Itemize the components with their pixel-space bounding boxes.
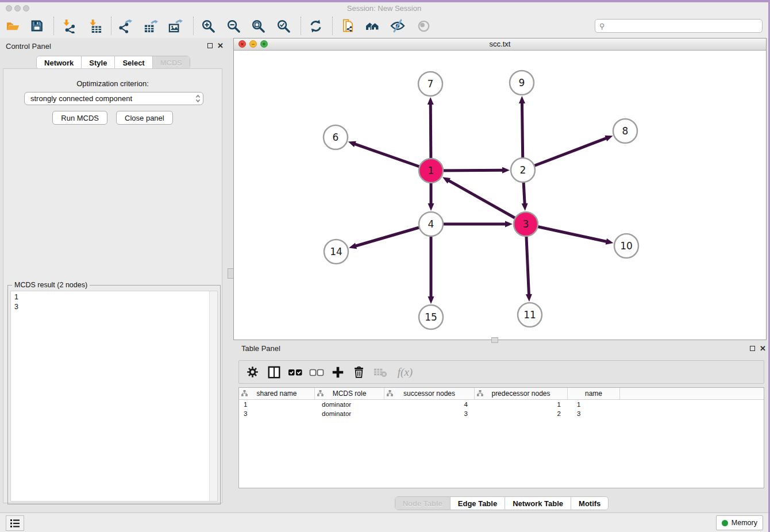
application-window: Session: New Session	[0, 2, 768, 532]
control-panel-title: Control Panel	[6, 42, 51, 51]
close-panel-button[interactable]: Close panel	[116, 111, 173, 125]
graph-node-label: 9	[519, 77, 525, 88]
reset-view-button[interactable]	[365, 18, 380, 33]
tab-edge-table[interactable]: Edge Table	[451, 497, 505, 510]
toolbar-separator	[53, 17, 54, 35]
zoom-out-button[interactable]	[226, 18, 241, 33]
export-image-button[interactable]	[168, 18, 183, 33]
clone-network-button[interactable]	[340, 18, 355, 33]
column-header-name[interactable]: name	[568, 388, 620, 399]
cell-predecessor-nodes[interactable]: 2	[475, 409, 568, 418]
column-type-icon	[477, 390, 483, 396]
graph-node-label: 1	[428, 165, 434, 176]
tab-motifs[interactable]: Motifs	[571, 497, 608, 510]
save-session-button[interactable]	[29, 18, 44, 33]
home-icon	[365, 18, 380, 33]
graph-edge-arrowhead	[505, 221, 513, 228]
search-input[interactable]	[607, 20, 762, 32]
network-canvas[interactable]: 7968124314101511	[234, 50, 766, 340]
delete-table-icon	[373, 365, 387, 379]
graph-edge-2-8[interactable]	[523, 138, 607, 170]
add-column-button[interactable]	[330, 364, 345, 380]
float-panel-icon[interactable]	[207, 43, 213, 48]
column-label: successor nodes	[403, 390, 455, 398]
task-history-button[interactable]	[6, 515, 24, 531]
import-table-button[interactable]	[87, 18, 102, 33]
open-session-button[interactable]	[5, 18, 20, 33]
apply-layout-button[interactable]	[308, 18, 323, 33]
column-header-MCDS-role[interactable]: MCDS role	[315, 388, 384, 399]
result-scrollbar[interactable]	[209, 291, 217, 501]
cell-predecessor-nodes[interactable]: 1	[475, 400, 568, 409]
cell-MCDS-role[interactable]: dominator	[315, 409, 384, 418]
cell-successor-nodes[interactable]: 4	[384, 400, 475, 409]
tab-style[interactable]: Style	[82, 56, 115, 69]
tab-mcds[interactable]: MCDS	[153, 56, 190, 69]
table-panel-title: Table Panel	[241, 344, 280, 353]
graph-node-label: 10	[620, 240, 633, 252]
list-icon	[10, 519, 20, 528]
zoom-in-button[interactable]	[201, 18, 215, 33]
mcds-result-group: MCDS result (2 nodes) 13	[7, 285, 221, 504]
graph-edge-arrowhead	[606, 238, 614, 245]
zoom-fit-button[interactable]	[251, 18, 265, 33]
delete-columns-button[interactable]	[351, 364, 367, 380]
cell-shared-name[interactable]: 3	[239, 409, 315, 418]
plus-icon	[331, 365, 345, 379]
tab-node-table[interactable]: Node Table	[395, 497, 451, 510]
memory-button[interactable]: Memory	[716, 515, 763, 530]
cell-name[interactable]: 1	[568, 400, 620, 409]
network-window-title: scc.txt	[234, 40, 766, 48]
search-field[interactable]: ⚲	[595, 19, 763, 33]
cell-MCDS-role[interactable]: dominator	[315, 400, 384, 409]
column-header-predecessor-nodes[interactable]: predecessor nodes	[475, 388, 568, 399]
graph-node-label: 4	[428, 218, 434, 230]
column-settings-button[interactable]	[245, 364, 260, 380]
toolbar-separator	[301, 17, 301, 35]
split-view-button[interactable]	[266, 364, 282, 380]
graph-node-label: 7	[428, 78, 434, 90]
show-graphics-details-button[interactable]	[416, 18, 431, 33]
delete-table-button[interactable]	[372, 364, 388, 380]
column-header-shared-name[interactable]: shared name	[239, 388, 315, 399]
graph-edge-3-1[interactable]	[448, 180, 526, 224]
float-table-panel-icon[interactable]	[750, 346, 755, 351]
function-builder-button[interactable]: f(x)	[394, 364, 417, 380]
close-panel-icon[interactable]: ✕	[217, 43, 224, 49]
graph-edge-arrowhead	[605, 136, 613, 141]
cell-successor-nodes[interactable]: 3	[384, 409, 475, 418]
table-toolbar: f(x)	[238, 360, 764, 384]
tab-network-table[interactable]: Network Table	[505, 497, 571, 510]
tab-network[interactable]: Network	[37, 56, 82, 69]
import-network-button[interactable]	[61, 18, 76, 33]
optimization-criterion-label: Optimization criterion:	[3, 79, 222, 88]
select-all-rows-button[interactable]	[287, 364, 303, 380]
cell-shared-name[interactable]: 1	[239, 400, 315, 409]
column-header-successor-nodes[interactable]: successor nodes	[384, 388, 475, 399]
tab-select[interactable]: Select	[115, 56, 152, 69]
export-table-button[interactable]	[143, 18, 158, 33]
status-bar: Memory	[0, 512, 768, 532]
close-table-panel-icon[interactable]: ✕	[760, 345, 766, 352]
column-type-icon	[387, 390, 393, 396]
cell-name[interactable]: 3	[568, 409, 620, 418]
deselect-all-rows-button[interactable]	[309, 364, 324, 380]
table-row[interactable]: 3dominator323	[239, 409, 764, 418]
graph-edge-arrowhead	[428, 97, 434, 105]
criterion-select[interactable]: strongly connected component	[24, 92, 203, 105]
network-window-titlebar[interactable]: × − + scc.txt	[234, 38, 766, 51]
window-titlebar: Session: New Session	[0, 2, 768, 14]
save-floppy-icon	[30, 19, 44, 33]
zoom-selected-button[interactable]	[276, 18, 291, 33]
open-folder-icon	[6, 19, 20, 33]
table-panel: Table Panel ✕	[233, 342, 770, 506]
search-icon: ⚲	[599, 22, 605, 30]
mcds-result-lines: 13	[14, 292, 18, 312]
table-row[interactable]: 1dominator411	[239, 400, 764, 409]
mcds-result-textarea[interactable]: 13	[10, 291, 218, 502]
run-mcds-button[interactable]: Run MCDS	[52, 111, 107, 125]
graph-edge-arrowhead	[349, 243, 357, 249]
hide-graphics-details-button[interactable]	[390, 18, 405, 33]
export-network-button[interactable]	[118, 18, 133, 33]
export-image-icon	[168, 19, 183, 33]
